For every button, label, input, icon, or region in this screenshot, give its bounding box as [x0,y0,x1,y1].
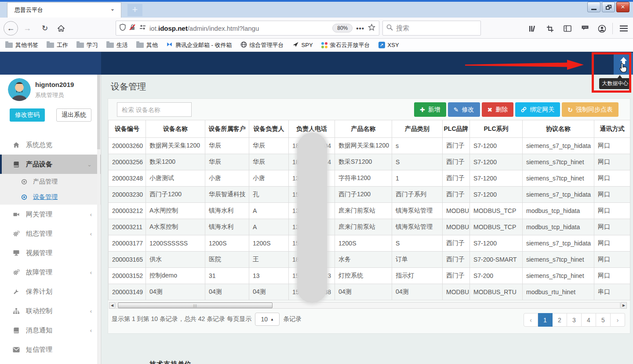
library-icon[interactable] [527,24,538,33]
table-row[interactable]: 200003256数采1200华辰华辰184数采S71200S西门子S7-120… [109,154,630,170]
page-next[interactable]: › [611,313,625,327]
sidebar-item-linkage[interactable]: 联动控制 ‹ [0,301,101,321]
avatar[interactable] [8,78,31,101]
cell-comm: 网口 [594,187,630,203]
screenshot-icon[interactable] [544,24,556,33]
change-password-button[interactable]: 修改密码 [10,108,45,122]
permissions-icon[interactable] [139,24,146,32]
sidebar-item-product-device[interactable]: 产品设备 ⌄ [0,155,101,174]
sidebar-item-product-mgmt[interactable]: 产品管理 [0,174,101,189]
bookmark-misc[interactable]: 其他 [136,41,158,49]
force-sync-button[interactable]: ↻强制同步点表 [562,102,618,117]
column-header[interactable]: 协议名称 [523,120,594,138]
pocket-icon[interactable] [579,24,591,33]
account-icon[interactable] [596,24,608,33]
scrollbar-thumb[interactable]: ||| [118,303,273,308]
reload-button[interactable]: ↻ [39,21,51,36]
sidebar-item-device-mgmt[interactable]: 设备管理 [0,189,101,205]
sidebar-scrollbar[interactable] [97,75,100,364]
minimize-button[interactable] [587,2,600,12]
sidebar-item-overview[interactable]: 系统总览 [0,135,101,155]
browser-tab[interactable]: 思普云平台 ✕ [7,2,121,18]
table-row[interactable]: 200003211A水泵控制镇海水利A13庶来门前泵站镇海泵站管理MODBUSM… [109,219,630,235]
bookmark-other[interactable]: 其他书签 [5,41,38,49]
url-bar[interactable]: iot.idosp.net/admin/index.html?langu 80%… [116,21,379,36]
back-button[interactable]: ← [4,21,18,36]
logout-button[interactable]: 退出系统 [56,108,91,122]
column-header[interactable]: 通讯方式 [594,120,630,138]
new-tab-button[interactable]: + [127,4,142,16]
column-header[interactable]: PLC品牌 [443,120,470,138]
product-device-submenu: 产品管理 设备管理 [0,174,101,205]
cell-protocol: siemens_s7tcp_hinet [523,154,594,170]
bookmark-spy[interactable]: SPY [292,41,313,49]
forward-button[interactable]: → [21,21,33,36]
table-row[interactable]: 200003230西门子1200华辰智通科技孔15西门子1200西门子系列西门子… [109,187,630,203]
bookmark-ezviz[interactable]: 萤石云开放平台 [321,41,370,49]
bookmark-tencent-mail[interactable]: 腾讯企业邮箱 - 收件箱 [166,41,232,49]
add-button[interactable]: ✚新增 [414,102,446,117]
bookmark-work[interactable]: 工作 [47,41,68,49]
sidebar-item-config[interactable]: 组态管理 ‹ [0,224,101,243]
scrollbar-track[interactable]: ||| [116,302,620,309]
sidebar-item-maintenance[interactable]: 保养计划 [0,282,101,301]
column-header[interactable]: 产品名称 [335,120,392,138]
device-search-input[interactable] [117,102,192,117]
home-button[interactable] [55,21,68,36]
shield-icon[interactable] [120,24,126,32]
table-row[interactable]: 2000031771200SSSSSS1200S1200S151200SS西门子… [109,235,630,252]
page-3[interactable]: 3 [567,313,582,327]
cell-id: 200003152 [109,268,146,284]
gears-icon [12,231,20,237]
restore-button[interactable] [602,2,615,12]
column-header[interactable]: 设备名称 [146,120,205,138]
phone-redaction-blob [297,133,327,303]
column-header[interactable]: 设备编号 [109,120,146,138]
zoom-level-badge[interactable]: 80% [332,24,353,32]
page-1[interactable]: 1 [538,313,553,327]
table-row[interactable]: 200003260数据网关采集1200华辰华辰1804数据网关采集1200s西门… [109,138,630,154]
edit-button[interactable]: ✎修改 [448,102,480,117]
close-button[interactable]: ✕ [616,2,629,12]
sidebar-item-gateway[interactable]: 网关管理 ‹ [0,205,101,224]
bind-gateway-button[interactable]: 绑定网关 [515,102,560,117]
column-header[interactable]: 设备所属客户 [205,120,249,138]
column-header[interactable]: 产品类别 [392,120,443,138]
page-prev[interactable]: ‹ [524,313,538,327]
table-row[interactable]: 20000314904测04测04测153804测04测MODBUSMODBUS… [109,284,630,300]
bookmark-mgmt-platform[interactable]: 综合管理平台 [240,41,284,49]
menu-hamburger-icon[interactable] [618,24,629,33]
page-actions-icon[interactable]: ••• [356,25,364,32]
cell-plc_series: S7-1200 [470,170,523,187]
bookmark-xsy[interactable]: ↗XSY [378,42,399,48]
browser-search-bar[interactable]: 搜索 [382,21,481,36]
cell-protocol: siemens_s7tcp_hinet [523,170,594,187]
table-row[interactable]: 200003152控制demo3113153灯控系统指示灯西门子S7-200si… [109,268,630,284]
scroll-right-arrow[interactable]: ▶ [621,302,627,309]
page-5[interactable]: 5 [596,313,611,327]
sidebars-icon[interactable] [562,24,573,33]
bookmark-star-icon[interactable] [368,24,375,32]
horizontal-scrollbar[interactable]: ◀ ||| ▶ [109,302,628,309]
page-2[interactable]: 2 [553,313,567,327]
bookmark-life[interactable]: 生活 [106,41,128,49]
sidebar-item-message[interactable]: 消息通知 ‹ [0,321,101,340]
table-row[interactable]: 200003212A水闸控制镇海水利A13庶来门前泵站镇海泵站管理MODBUSM… [109,203,630,219]
minimize-icon [591,9,597,10]
column-header[interactable]: PLC系列 [470,120,523,138]
table-row[interactable]: 200003165供水医院王18水务订单西门子S7-200-SMARTsieme… [109,252,630,268]
sidebar-item-sms[interactable]: 短信管理 [0,340,101,359]
table-row[interactable]: 200003248小唐测试小唐小唐13字符串12001西门子S7-1200sie… [109,170,630,187]
per-page-select[interactable]: 10▲ [255,313,280,326]
scroll-left-arrow[interactable]: ◀ [109,302,115,309]
sidebar-item-truncated[interactable] [0,359,101,364]
bookmark-study[interactable]: 学习 [76,41,98,49]
page-4[interactable]: 4 [582,313,596,327]
delete-button[interactable]: ✖删除 [482,102,514,117]
insecure-lock-icon[interactable] [129,24,136,32]
sidebar-toggle-icon[interactable] [107,8,115,16]
sidebar-item-fault[interactable]: 故障管理 ‹ [0,263,101,282]
column-header[interactable]: 设备负责人 [249,120,289,138]
sidebar-item-video[interactable]: 视频管理 [0,243,101,263]
url-text[interactable]: iot.idosp.net/admin/index.html?langu [149,25,329,32]
